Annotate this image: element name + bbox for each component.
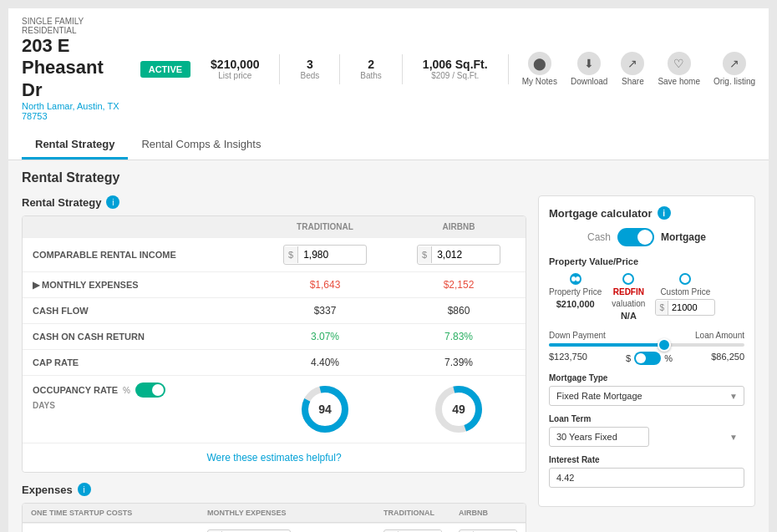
dollar-sign-icon: $ xyxy=(418,246,432,263)
loan-term-row: Loan Term 30 Years Fixed 15 Years Fixed … xyxy=(549,414,744,447)
cash-flow-airbnb: $860 xyxy=(392,298,526,323)
table-row: CAP RATE 4.40% 7.39% xyxy=(23,349,526,375)
mortgage-type-select[interactable]: Fixed Rate Mortgage Adjustable Rate Mort… xyxy=(549,386,744,406)
cash-option[interactable]: Cash xyxy=(587,231,611,243)
baths-block: 2 Baths xyxy=(360,58,382,80)
expenses-col-airbnb: AIRBNB xyxy=(450,504,526,522)
table-header: TRADITIONAL AIRBNB xyxy=(23,216,526,237)
beds-block: 3 Beds xyxy=(300,58,319,80)
dollar-sign-icon: $ xyxy=(284,246,298,263)
radio-circle-redfin xyxy=(622,273,634,285)
rental-table: TRADITIONAL AIRBNB COMPARABLE RENTAL INC… xyxy=(22,215,526,473)
occupancy-rate-label: OCCUPANCY RATE % Days xyxy=(23,376,258,417)
monthly-expenses-label: ▶ MONTHLY EXPENSES xyxy=(23,272,258,297)
baths-count: 2 xyxy=(360,58,382,71)
cash-flow-label: CASH FLOW xyxy=(23,298,258,323)
coc-return-airbnb: 7.83% xyxy=(392,324,526,349)
custom-dollar-sign: $ xyxy=(656,301,668,315)
loan-amount-label: Loan Amount xyxy=(695,331,744,340)
content-area: Rental Strategy Rental Strategy i TRADIT… xyxy=(8,160,769,532)
loan-term-label: Loan Term xyxy=(549,414,744,423)
traditional-rental-input-wrap: $ xyxy=(283,245,367,265)
mortgage-title: Mortgage calculator i xyxy=(549,206,744,220)
loan-term-select[interactable]: 30 Years Fixed 15 Years Fixed 20 Years F… xyxy=(549,427,649,447)
sqft-value: 1,006 Sq.Ft. xyxy=(423,58,488,71)
radio-custom[interactable]: Custom Price $ xyxy=(655,273,715,316)
slider-middle: $ % xyxy=(626,352,673,365)
inspection-label: INSPECTIONS xyxy=(23,524,199,532)
my-notes-button[interactable]: ⬤ My Notes xyxy=(522,52,557,86)
slider-values: $123,750 $ % $86,250 xyxy=(549,352,744,365)
days-label: Days xyxy=(33,401,55,410)
airbnb-donut-value: 49 xyxy=(452,403,465,416)
beds-count: 3 xyxy=(300,58,319,71)
tab-rental-comps[interactable]: Rental Comps & Insights xyxy=(128,131,274,160)
comparable-rental-label: COMPARABLE RENTAL INCOME xyxy=(23,238,258,271)
airbnb-rental-input-wrap: $ xyxy=(417,245,500,265)
radio-circle-selected xyxy=(570,273,581,285)
mortgage-option[interactable]: Mortgage xyxy=(661,231,706,243)
cash-flow-traditional: $337 xyxy=(258,298,392,323)
custom-price-input-wrap: $ xyxy=(655,299,715,316)
price-per-sqft: $209 / Sq.Ft. xyxy=(423,71,488,80)
comparable-rental-traditional: $ xyxy=(258,238,392,271)
dollar-percent-toggle[interactable] xyxy=(634,352,661,365)
nav-tabs: Rental Strategy Rental Comps & Insights xyxy=(22,128,755,160)
rental-strategy-info-icon[interactable]: i xyxy=(106,195,119,209)
custom-price-label: Custom Price xyxy=(660,287,710,296)
radio-circle-custom xyxy=(679,273,691,285)
property-info: SINGLE FAMILY RESIDENTIAL 203 E Pheasant… xyxy=(22,17,127,121)
header-actions: ⬤ My Notes ⬇ Download ↗ Share ♡ Save hom… xyxy=(522,52,755,86)
page-wrapper: SINGLE FAMILY RESIDENTIAL 203 E Pheasant… xyxy=(0,0,777,532)
expenses-header: Expenses i xyxy=(22,483,526,496)
divider xyxy=(508,54,509,84)
coc-return-traditional: 3.07% xyxy=(258,324,392,349)
mortgage-info-icon[interactable]: i xyxy=(658,206,671,220)
property-type: SINGLE FAMILY RESIDENTIAL xyxy=(22,17,127,35)
divider xyxy=(279,54,280,84)
occupancy-toggle[interactable] xyxy=(135,383,165,398)
baths-label: Baths xyxy=(360,71,382,80)
redfin-value: N/A xyxy=(621,311,637,321)
airbnb-rental-input[interactable] xyxy=(432,246,482,264)
slider-thumb[interactable] xyxy=(658,338,671,352)
traditional-rental-input[interactable] xyxy=(298,246,348,264)
monthly-expenses-airbnb: $2,152 xyxy=(392,272,526,297)
property-header: SINGLE FAMILY RESIDENTIAL 203 E Pheasant… xyxy=(8,8,769,160)
col-traditional: TRADITIONAL xyxy=(258,216,392,237)
down-payment-value: $123,750 xyxy=(549,352,587,365)
slider-labels: Down Payment Loan Amount xyxy=(549,331,744,340)
left-column: Rental Strategy i TRADITIONAL AIRBNB COM… xyxy=(22,195,526,532)
interest-rate-input[interactable] xyxy=(549,468,744,488)
percent-label: % xyxy=(664,353,673,363)
cap-rate-traditional: 4.40% xyxy=(258,350,392,375)
share-button[interactable]: ↗ Share xyxy=(621,52,644,86)
occupancy-airbnb-donut: 49 xyxy=(392,376,526,443)
page-title: Rental Strategy xyxy=(22,170,755,185)
dollar-label: $ xyxy=(626,353,631,363)
slider-track[interactable] xyxy=(549,343,744,347)
interest-rate-label: Interest Rate xyxy=(549,455,744,464)
radio-property-price[interactable]: Property Price $210,000 xyxy=(549,273,602,309)
radio-redfin[interactable]: REDFIN valuation N/A xyxy=(612,273,645,321)
save-home-button[interactable]: ♡ Save home xyxy=(658,52,700,86)
tab-rental-strategy[interactable]: Rental Strategy xyxy=(22,131,128,160)
helpful-link[interactable]: Were these estimates helpful? xyxy=(23,443,526,472)
table-row: CASH FLOW $337 $860 xyxy=(23,297,526,323)
col-empty xyxy=(23,216,258,237)
interest-rate-row: Interest Rate xyxy=(549,455,744,488)
expenses-info-icon[interactable]: i xyxy=(78,483,91,496)
download-button[interactable]: ⬇ Download xyxy=(571,52,607,86)
mortgage-toggle-switch[interactable] xyxy=(617,228,654,246)
custom-price-input[interactable] xyxy=(668,300,708,315)
beds-label: Beds xyxy=(300,71,319,80)
orig-listing-button[interactable]: ↗ Orig. listing xyxy=(714,52,755,86)
rental-strategy-header: Rental Strategy i xyxy=(22,195,526,209)
active-badge: ACTIVE xyxy=(140,61,190,78)
airbnb-donut-chart: 49 xyxy=(432,383,485,436)
table-row: CASH ON CASH RETURN 3.07% 7.83% xyxy=(23,323,526,349)
main-grid: Rental Strategy i TRADITIONAL AIRBNB COM… xyxy=(22,195,755,532)
down-payment-label: Down Payment xyxy=(549,331,606,340)
property-location: North Lamar, Austin, TX 78753 xyxy=(22,101,127,121)
right-column: Mortgage calculator i Cash Mortgage Prop… xyxy=(538,195,755,532)
